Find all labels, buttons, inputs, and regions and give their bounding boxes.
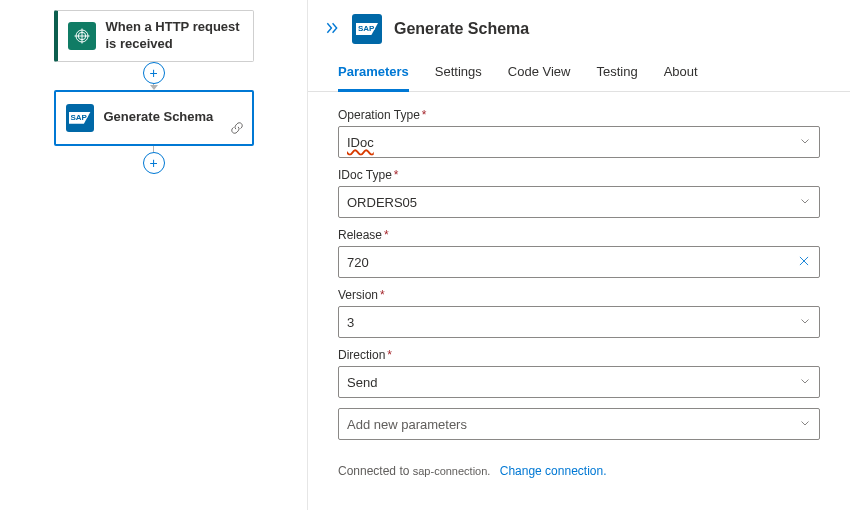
- sap-icon: [66, 104, 94, 132]
- label-version: Version*: [338, 288, 820, 302]
- details-panel: Generate Schema Parameters Settings Code…: [308, 0, 850, 510]
- version-select[interactable]: 3: [338, 306, 820, 338]
- field-release: Release* 720: [338, 228, 820, 278]
- tab-code-view[interactable]: Code View: [508, 64, 571, 91]
- action-node-label: Generate Schema: [104, 109, 214, 126]
- collapse-panel-icon[interactable]: [324, 21, 340, 38]
- clear-icon[interactable]: [797, 254, 811, 271]
- trigger-node-label: When a HTTP request is received: [106, 19, 243, 53]
- chevron-down-icon: [799, 315, 811, 330]
- trigger-node-http-request[interactable]: When a HTTP request is received: [54, 10, 254, 62]
- direction-select[interactable]: Send: [338, 366, 820, 398]
- panel-title: Generate Schema: [394, 20, 529, 38]
- connection-link-icon: [230, 121, 244, 138]
- tab-testing[interactable]: Testing: [596, 64, 637, 91]
- operation-type-select[interactable]: IDoc: [338, 126, 820, 158]
- chevron-down-icon: [799, 195, 811, 210]
- field-version: Version* 3: [338, 288, 820, 338]
- chevron-down-icon: [799, 417, 811, 432]
- release-input[interactable]: 720: [338, 246, 820, 278]
- tab-parameters[interactable]: Parameters: [338, 64, 409, 92]
- connection-status: Connected to sap-connection. Change conn…: [308, 456, 850, 478]
- field-add-parameters: Add new parameters: [338, 408, 820, 440]
- parameters-form: Operation Type* IDoc IDoc Type* ORDERS05: [308, 92, 850, 456]
- chevron-down-icon: [799, 375, 811, 390]
- change-connection-link[interactable]: Change connection.: [500, 464, 607, 478]
- chevron-down-icon: [799, 135, 811, 150]
- connector-end: +: [143, 146, 165, 174]
- action-node-generate-schema[interactable]: Generate Schema: [54, 90, 254, 146]
- http-request-icon: [68, 22, 96, 50]
- sap-icon: [352, 14, 382, 44]
- add-parameters-select[interactable]: Add new parameters: [338, 408, 820, 440]
- field-operation-type: Operation Type* IDoc: [338, 108, 820, 158]
- field-idoc-type: IDoc Type* ORDERS05: [338, 168, 820, 218]
- label-release: Release*: [338, 228, 820, 242]
- idoc-type-select[interactable]: ORDERS05: [338, 186, 820, 218]
- panel-header: Generate Schema: [308, 0, 850, 54]
- field-direction: Direction* Send: [338, 348, 820, 398]
- add-step-button[interactable]: +: [143, 62, 165, 84]
- tab-about[interactable]: About: [664, 64, 698, 91]
- label-direction: Direction*: [338, 348, 820, 362]
- connector: +: [143, 62, 165, 90]
- label-operation-type: Operation Type*: [338, 108, 820, 122]
- label-idoc-type: IDoc Type*: [338, 168, 820, 182]
- flow-canvas: When a HTTP request is received + Genera…: [0, 0, 308, 510]
- tab-settings[interactable]: Settings: [435, 64, 482, 91]
- add-step-end-button[interactable]: +: [143, 152, 165, 174]
- connection-name: sap-connection.: [413, 465, 491, 477]
- tab-bar: Parameters Settings Code View Testing Ab…: [308, 54, 850, 92]
